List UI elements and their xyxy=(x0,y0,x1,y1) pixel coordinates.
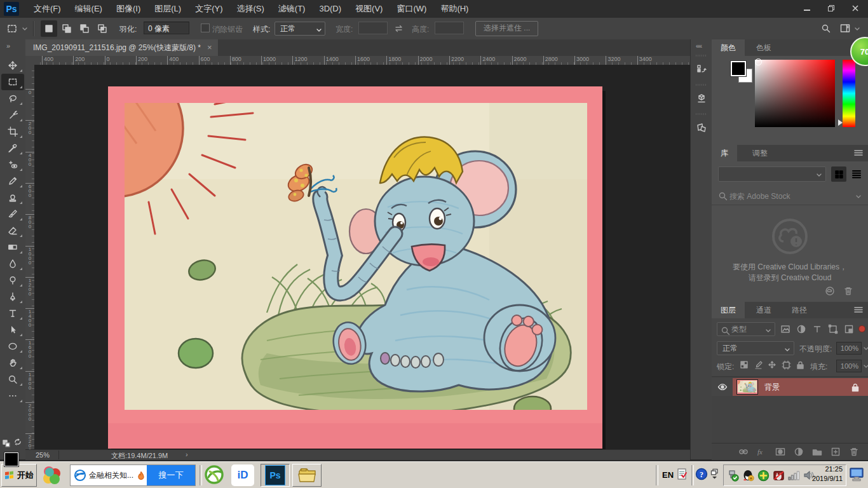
menu-item-1[interactable]: 文件(F) xyxy=(27,0,68,18)
menu-item-7[interactable]: 滤镜(T) xyxy=(271,0,313,18)
library-select[interactable] xyxy=(718,166,826,182)
fx-icon[interactable]: fx xyxy=(757,447,767,459)
tool-rectangular-marquee[interactable] xyxy=(1,74,24,90)
document-image[interactable] xyxy=(108,86,602,449)
tool-lasso[interactable] xyxy=(1,90,24,107)
panel-menu-icon[interactable] xyxy=(854,149,863,156)
menu-item-2[interactable]: 编辑(E) xyxy=(68,0,109,18)
toolbar-collapse-chip[interactable]: » xyxy=(6,42,10,50)
language-indicator[interactable]: EN xyxy=(662,470,674,480)
opacity-value[interactable]: 100% xyxy=(836,342,862,355)
menu-item-9[interactable]: 视图(V) xyxy=(348,0,390,18)
new-layer-icon[interactable] xyxy=(831,447,841,459)
lock-all-icon[interactable] xyxy=(796,360,805,372)
layer-filter-select[interactable]: 类型 xyxy=(717,322,775,336)
signal-icon[interactable] xyxy=(787,469,800,482)
grid-view-button[interactable] xyxy=(831,166,846,182)
adjustment-filter-icon[interactable] xyxy=(796,324,806,337)
feather-input[interactable]: 0 像素 xyxy=(144,22,189,34)
type-filter-icon[interactable] xyxy=(812,324,822,337)
hue-slider[interactable] xyxy=(843,60,855,127)
tool-type[interactable] xyxy=(1,305,24,322)
link-icon[interactable] xyxy=(738,447,749,459)
foreground-swatch[interactable] xyxy=(731,61,746,76)
search-go-button[interactable]: 搜一下 xyxy=(147,465,195,485)
chevron-down-icon[interactable] xyxy=(22,26,28,31)
chevron-down-icon[interactable] xyxy=(863,363,868,369)
tool-blur[interactable] xyxy=(1,255,24,272)
tool-clone-stamp[interactable] xyxy=(1,189,24,206)
menu-item-11[interactable]: 帮助(H) xyxy=(433,0,475,18)
workspace-icon[interactable] xyxy=(840,24,850,33)
default-colors-icon[interactable] xyxy=(3,440,10,447)
tool-pencil[interactable] xyxy=(1,173,24,189)
tool-crop[interactable] xyxy=(1,123,24,140)
cc-sync-icon[interactable] xyxy=(825,286,835,299)
horizontal-ruler[interactable]: 4002000200400600800100012001400160018002… xyxy=(34,56,690,65)
tool-ellipse-shape[interactable] xyxy=(1,338,24,355)
lock-artboard-icon[interactable] xyxy=(782,360,791,372)
fill-value[interactable]: 100% xyxy=(836,360,862,372)
notepad-icon[interactable] xyxy=(676,468,689,480)
shape-filter-icon[interactable] xyxy=(828,324,838,337)
chevron-down-icon[interactable] xyxy=(854,26,860,31)
search-icon[interactable] xyxy=(821,24,831,33)
tab-layers[interactable]: 图层 xyxy=(712,302,745,318)
color-field[interactable] xyxy=(755,60,835,127)
photoshop-taskbar-button[interactable]: Ps xyxy=(261,464,290,487)
green-browser-icon[interactable] xyxy=(205,465,224,484)
close-tab-icon[interactable]: × xyxy=(207,39,212,56)
adjustment-icon[interactable] xyxy=(794,447,804,459)
chevron-down-icon[interactable] xyxy=(863,346,868,351)
panel-menu-icon[interactable] xyxy=(854,306,863,313)
start-button[interactable]: 开始 xyxy=(1,464,37,487)
style-select[interactable]: 正常 xyxy=(275,22,325,36)
zoom-level-field[interactable]: 25% xyxy=(36,451,50,459)
antialias-checkbox[interactable] xyxy=(201,24,210,32)
tool-move[interactable] xyxy=(1,57,24,74)
id-app-icon[interactable]: iD xyxy=(231,464,254,486)
document-tab[interactable]: IMG_20190911_211516.jpg @ 25%(快速蒙版/8) * … xyxy=(25,39,218,56)
height-input[interactable] xyxy=(435,22,464,34)
taskbar-search-widget[interactable]: 金融相关知... 搜一下 xyxy=(70,464,196,486)
menu-item-3[interactable]: 图像(I) xyxy=(109,0,147,18)
lock-move-icon[interactable] xyxy=(768,360,776,372)
tool-pen[interactable] xyxy=(1,288,24,305)
swap-colors-icon[interactable] xyxy=(14,438,22,445)
tool-quick-selection[interactable] xyxy=(1,107,24,123)
tool-eraser[interactable] xyxy=(1,222,24,239)
marquee-preset-icon[interactable] xyxy=(6,23,18,34)
restore-icon[interactable] xyxy=(827,4,835,14)
taskbar-clock[interactable]: 21:25 2019/9/11 xyxy=(801,464,843,484)
status-chevron-icon[interactable]: › xyxy=(186,451,188,458)
expand-tray-icon[interactable] xyxy=(710,468,719,480)
tool-spot-healing[interactable] xyxy=(1,156,24,173)
subtract-selection-icon[interactable] xyxy=(76,20,93,37)
new-selection-icon[interactable] xyxy=(41,20,57,37)
smartobject-filter-icon[interactable] xyxy=(844,324,854,337)
file-manager-button[interactable] xyxy=(292,464,322,487)
intersect-selection-icon[interactable] xyxy=(94,20,111,37)
lock-transparent-icon[interactable] xyxy=(740,360,749,372)
tab-color[interactable]: 颜色 xyxy=(712,39,745,56)
tool-path-selection[interactable] xyxy=(1,322,24,338)
tab-swatches[interactable]: 色板 xyxy=(747,39,780,56)
usb-icon[interactable] xyxy=(726,469,739,482)
layer-row-background[interactable]: 背景 xyxy=(733,378,868,396)
menu-item-10[interactable]: 窗口(W) xyxy=(390,0,433,18)
menu-item-4[interactable]: 图层(L) xyxy=(147,0,188,18)
tab-paths[interactable]: 路径 xyxy=(783,302,816,318)
add-selection-icon[interactable] xyxy=(58,20,75,37)
monitor-icon[interactable] xyxy=(849,467,864,482)
stock-search-row[interactable]: 搜索 Adobe Stock xyxy=(712,187,868,205)
help-icon[interactable]: ? xyxy=(695,468,708,480)
vertical-ruler[interactable]: 0200400600800100012001400160018002000220… xyxy=(25,65,35,449)
transform-panel-icon[interactable] xyxy=(693,117,710,139)
width-input[interactable] xyxy=(358,22,388,34)
power-plug-icon[interactable] xyxy=(772,469,785,482)
tool-zoom[interactable] xyxy=(1,371,24,388)
canvas-area[interactable] xyxy=(34,65,690,449)
swap-dimensions-icon[interactable] xyxy=(394,24,403,33)
close-icon[interactable] xyxy=(851,4,859,14)
dock-collapse-chip[interactable]: «« xyxy=(696,43,702,50)
